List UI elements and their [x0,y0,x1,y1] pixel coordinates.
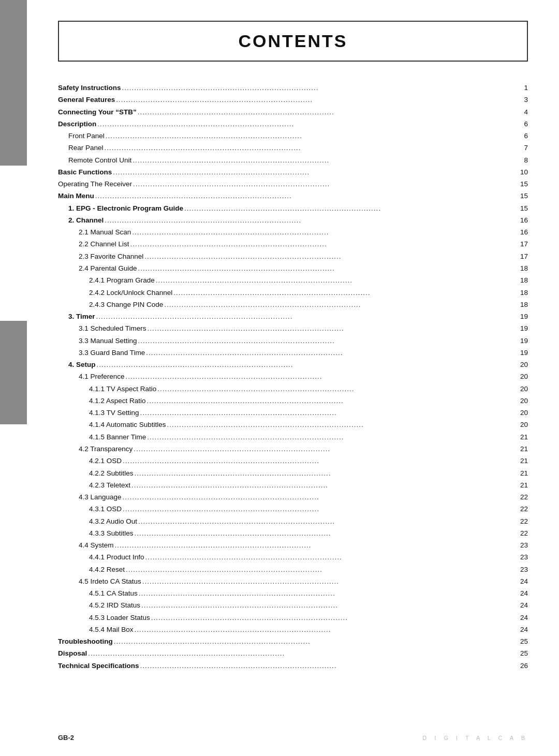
toc-entry: 4.2.2 Subtitles.........................… [58,468,528,479]
toc-dots: ........................................… [123,492,519,503]
title-box: CONTENTS [58,21,528,62]
toc-label: 4.5.4 Mail Box [58,624,134,635]
toc-dots: ........................................… [116,94,523,106]
toc-entry: 4.1.1 TV Aspect Ratio...................… [58,383,528,395]
toc-dots: ........................................… [138,263,519,274]
toc-label: 3. Timer [58,311,95,322]
toc-page: 24 [520,600,528,611]
toc-page: 4 [524,107,528,118]
toc-entry: 4.1 Preference..........................… [58,371,528,382]
toc-page: 17 [520,239,528,250]
toc-entry: Rear Panel..............................… [58,142,528,154]
toc-entry: 4.2.3 Teletext..........................… [58,480,528,491]
toc-entry: Main Menu...............................… [58,190,528,202]
toc-label: 4.2.2 Subtitles [58,468,134,479]
toc-label: Remote Control Unit [58,155,131,166]
toc-dots: ........................................… [88,648,519,659]
toc-page: 16 [520,215,528,226]
toc: Safety Instructions.....................… [58,82,528,672]
sidebar: DCB-B270R [0,0,27,756]
toc-dots: ........................................… [114,636,519,647]
toc-dots: ........................................… [135,624,519,635]
toc-page: 6 [524,130,528,142]
toc-label: 4.3.2 Audio Out [58,516,137,527]
toc-dots: ........................................… [148,323,519,334]
toc-page: 3 [524,94,528,106]
toc-dots: ........................................… [145,552,519,563]
toc-dots: ........................................… [132,227,519,238]
toc-page: 6 [524,118,528,130]
toc-page: 21 [520,432,528,443]
toc-page: 20 [520,407,528,419]
toc-dots: ........................................… [140,660,519,672]
toc-dots: ........................................… [138,335,519,347]
toc-entry: 4.2.1 OSD...............................… [58,455,528,467]
toc-dots: ........................................… [131,480,519,491]
page-title: CONTENTS [239,31,348,51]
toc-dots: ........................................… [123,503,519,515]
toc-entry: 4.3 Language............................… [58,492,528,503]
toc-entry: Front Panel.............................… [58,130,528,142]
toc-dots: ........................................… [173,287,519,299]
toc-page: 26 [520,660,528,672]
toc-page: 21 [520,443,528,455]
toc-dots: ........................................… [96,311,519,322]
toc-dots: ........................................… [95,190,519,202]
toc-entry: Connecting Your “STB”...................… [58,107,528,118]
toc-label: 4.1.5 Banner Time [58,432,146,443]
toc-page: 1 [524,82,528,94]
toc-entry: 4.3.2 Audio Out.........................… [58,516,528,527]
toc-label: 2.4.3 Change PIN Code [58,299,163,310]
toc-entry: 4.1.5 Banner Time.......................… [58,432,528,443]
toc-dots: ........................................… [97,359,519,370]
toc-dots: ........................................… [97,118,523,130]
main-content: CONTENTS Safety Instructions............… [27,0,559,756]
toc-entry: 4.4.2 Reset.............................… [58,564,528,575]
toc-label: Safety Instructions [58,82,121,94]
toc-label: Main Menu [58,190,94,202]
toc-page: 17 [520,251,528,262]
toc-label: 4.5.1 CA Status [58,588,138,599]
toc-entry: Operating The Receiver..................… [58,179,528,190]
toc-dots: ........................................… [135,468,519,479]
footer-page-label: GB-2 [58,734,74,742]
toc-label: 2. Channel [58,215,104,226]
toc-entry: 2.4.1 Program Grade.....................… [58,275,528,286]
toc-label: 4.4 System [58,540,114,551]
toc-label: Front Panel [58,130,105,142]
toc-entry: 4.1.3 TV Setting........................… [58,407,528,419]
toc-dots: ........................................… [138,107,523,118]
toc-dots: ........................................… [133,155,523,166]
toc-page: 21 [520,468,528,479]
toc-entry: 4.5 Irdeto CA Status....................… [58,576,528,587]
toc-dots: ........................................… [164,299,519,310]
toc-dots: ........................................… [151,612,519,624]
toc-page: 19 [520,311,528,322]
toc-label: Basic Functions [58,167,112,178]
toc-page: 23 [520,552,528,563]
toc-dots: ........................................… [139,588,519,599]
toc-label: 4.5 Irdeto CA Status [58,576,141,587]
toc-label: 3.3 Manual Setting [58,335,137,347]
toc-dots: ........................................… [184,203,519,214]
toc-page: 20 [520,371,528,382]
toc-entry: 4.3.3 Subtitles.........................… [58,528,528,539]
toc-page: 22 [520,528,528,539]
toc-dots: ........................................… [157,383,519,395]
toc-label: Connecting Your “STB” [58,107,137,118]
toc-page: 21 [520,480,528,491]
toc-label: Description [58,118,96,130]
toc-entry: 1. EPG - Electronic Program Guide.......… [58,203,528,214]
toc-page: 25 [520,648,528,659]
toc-page: 20 [520,383,528,395]
toc-entry: 4.5.4 Mail Box..........................… [58,624,528,635]
toc-label: 4.1.3 TV Setting [58,407,139,419]
toc-dots: ........................................… [142,576,519,587]
toc-label: 4.3.3 Subtitles [58,528,134,539]
toc-entry: Technical Specifications................… [58,660,528,672]
toc-label: 4.4.2 Reset [58,564,125,575]
toc-entry: 4. Setup................................… [58,359,528,370]
toc-page: 18 [520,275,528,286]
toc-entry: 4.5.3 Loader Status.....................… [58,612,528,624]
toc-label: Rear Panel [58,142,104,154]
